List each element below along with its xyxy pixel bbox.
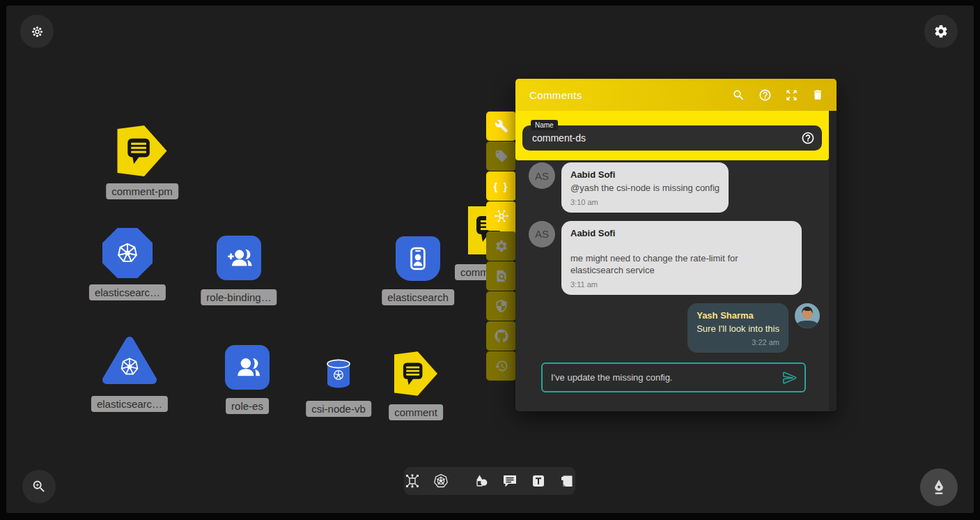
node-label-elasticsearch-3: elasticsearc… — [91, 396, 168, 412]
avatar-aabid: AS — [529, 221, 555, 247]
role-binding-icon — [223, 242, 255, 274]
panel-title: Comments — [529, 89, 582, 101]
message-3: Yash Sharma Sure I'll look into this 3:2… — [529, 303, 820, 353]
send-button[interactable] — [782, 370, 798, 385]
message-text: me might need to change the rate-limit f… — [570, 252, 793, 277]
name-input[interactable] — [522, 132, 801, 144]
panel-expand-button[interactable] — [785, 89, 798, 102]
panel-search-button[interactable] — [732, 89, 745, 102]
shapes-tool-button[interactable] — [473, 473, 490, 489]
storage-cylinder-icon — [325, 358, 352, 389]
zoom-in-icon — [31, 479, 47, 494]
search-icon — [732, 89, 745, 102]
components-tool-button[interactable] — [404, 473, 421, 489]
history-clock-icon — [495, 359, 508, 373]
comments-panel-header[interactable]: Comments — [515, 79, 837, 111]
node-label-elasticsearch-2: elasticsearch — [382, 289, 454, 305]
node-label-elasticsearch-1: elasticsearc… — [89, 284, 166, 300]
messages-list: AS Aabid Sofi @yash the csi-node is miss… — [515, 160, 837, 411]
message-bubble: Aabid Sofi @yash the csi-node is missing… — [561, 162, 729, 213]
cluster-menu-button[interactable] — [20, 15, 54, 48]
expand-icon — [785, 89, 798, 102]
shapes-icon — [473, 473, 490, 489]
note-icon — [559, 473, 575, 489]
history-button[interactable] — [486, 351, 516, 381]
node-label-role-binding: role-binding… — [201, 289, 277, 305]
name-help-button[interactable] — [801, 131, 815, 145]
pen-nib-icon — [930, 478, 948, 496]
message-text: Sure I'll look into this — [697, 323, 779, 335]
panel-delete-button[interactable] — [811, 89, 824, 101]
name-field-section: Name — [515, 111, 829, 160]
message-time: 3:10 am — [570, 198, 720, 206]
configure-wrench-button[interactable] — [486, 112, 516, 141]
comment-shape-icon — [117, 125, 167, 176]
message-time: 3:22 am — [697, 338, 779, 346]
comment-shape-icon — [394, 351, 437, 397]
node-label-comment: comment — [389, 404, 443, 420]
portrait-photo — [795, 303, 820, 328]
kubernetes-hub-button[interactable] — [486, 201, 516, 231]
message-2: AS Aabid Sofi me might need to change th… — [529, 221, 820, 295]
inspect-document-button[interactable] — [486, 261, 516, 291]
name-field-label: Name — [531, 120, 558, 130]
message-text: @yash the csi-node is missing config — [570, 182, 720, 194]
settings-gear-button[interactable] — [486, 231, 516, 261]
node-elasticsearch-triangle[interactable] — [102, 335, 157, 388]
find-in-page-icon — [495, 269, 508, 283]
message-time: 3:11 am — [570, 280, 793, 289]
hub-icon — [494, 208, 509, 224]
note-tool-button[interactable] — [559, 473, 575, 489]
node-elasticsearch-octagon[interactable] — [102, 228, 153, 278]
node-role-binding[interactable] — [217, 236, 261, 280]
kubernetes-wheel-icon — [115, 240, 140, 266]
node-csi-node-vb[interactable] — [325, 358, 352, 392]
node-role-es[interactable] — [225, 345, 270, 390]
tag-button[interactable] — [486, 142, 516, 171]
wrench-icon — [495, 119, 508, 133]
security-shield-button[interactable] — [486, 291, 516, 321]
kubernetes-wheel-icon — [118, 355, 141, 378]
node-comment[interactable] — [394, 351, 437, 399]
pen-tool-button[interactable] — [920, 468, 958, 506]
send-icon — [782, 370, 798, 385]
avatar-aabid: AS — [529, 162, 555, 189]
message-author: Aabid Sofi — [570, 169, 720, 180]
comment-tool-button[interactable] — [501, 473, 518, 489]
shape-toolbar — [404, 467, 575, 495]
help-icon — [759, 89, 772, 102]
help-icon — [801, 131, 815, 145]
trash-icon — [811, 89, 824, 101]
json-config-button[interactable]: { } — [486, 171, 516, 201]
cluster-flower-icon — [31, 25, 44, 38]
panel-help-button[interactable] — [759, 89, 772, 102]
service-account-badge-icon — [400, 241, 435, 276]
node-comment-pm[interactable] — [117, 125, 167, 179]
node-label-comment-pm: comment-pm — [106, 183, 178, 199]
settings-button[interactable] — [924, 15, 958, 48]
message-bubble: Yash Sharma Sure I'll look into this 3:2… — [687, 303, 788, 353]
comment-composer — [541, 362, 806, 392]
role-icon — [231, 351, 263, 383]
kubernetes-tool-button[interactable] — [433, 473, 449, 489]
comment-input[interactable] — [543, 372, 782, 383]
text-icon — [530, 473, 547, 489]
message-1: AS Aabid Sofi @yash the csi-node is miss… — [529, 162, 820, 213]
braces-icon: { } — [494, 181, 509, 192]
text-tool-button[interactable] — [530, 473, 547, 489]
comment-icon — [501, 473, 518, 489]
node-elasticsearch-serviceaccount[interactable] — [396, 236, 440, 281]
node-label-role-es: role-es — [226, 398, 269, 414]
node-action-toolbar: { } — [486, 112, 516, 381]
zoom-in-button[interactable] — [22, 470, 56, 503]
panel-scrollbar[interactable] — [829, 111, 837, 411]
avatar-yash-photo — [795, 303, 820, 328]
gear-icon — [933, 24, 949, 39]
github-icon — [495, 329, 508, 343]
github-button[interactable] — [486, 321, 516, 351]
components-icon — [404, 473, 421, 489]
comments-panel: Comments — [515, 79, 837, 411]
node-label-csi-node-vb: csi-node-vb — [306, 401, 371, 417]
message-author: Aabid Sofi — [570, 228, 793, 238]
message-bubble: Aabid Sofi me might need to change the r… — [561, 221, 802, 295]
